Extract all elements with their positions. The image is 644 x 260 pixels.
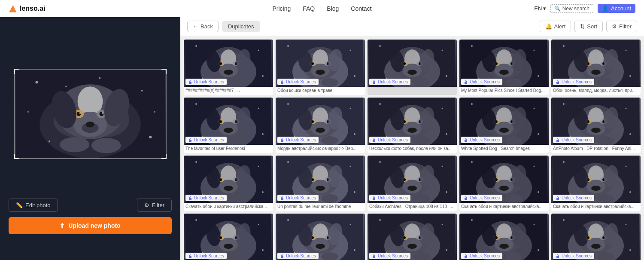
- grid-item[interactable]: Unlock Sources: [368, 40, 457, 95]
- unlock-sources-badge[interactable]: Unlock Sources: [185, 137, 227, 143]
- nav-contact[interactable]: Contact: [351, 5, 371, 12]
- svg-point-137: [229, 136, 246, 145]
- grid-item[interactable]: Unlock Sources Аусси обои для рабочего с…: [276, 214, 365, 260]
- svg-point-214: [563, 103, 565, 105]
- chevron-down-icon: ▾: [543, 5, 546, 12]
- unlock-sources-badge[interactable]: Unlock Sources: [461, 253, 502, 259]
- lock-icon: [464, 196, 468, 200]
- svg-point-388: [538, 249, 539, 251]
- action-row: ✏️ Edit photo ⚙ Filter: [9, 199, 172, 212]
- grid-item[interactable]: Unlock Sources Обои кошки серван а траве: [276, 40, 365, 95]
- svg-point-347: [287, 219, 289, 221]
- unlock-sources-badge[interactable]: Unlock Sources: [553, 253, 594, 259]
- grid-item[interactable]: Unlock Sources Обои осень, взгляд, морда…: [551, 40, 641, 95]
- svg-point-65: [354, 75, 355, 77]
- svg-point-129: [224, 128, 233, 133]
- unlock-sources-badge[interactable]: Unlock Sources: [461, 79, 502, 85]
- lock-icon: [464, 254, 468, 258]
- svg-rect-370: [373, 256, 375, 258]
- grid-item[interactable]: Unlock Sources Несколько фото собак, пос…: [368, 98, 457, 153]
- grid-item[interactable]: Unlock Sources ArtPhoto Album - DP-rotat…: [551, 98, 641, 153]
- new-search-button[interactable]: 🔍 New search: [550, 4, 593, 13]
- corner-br: [161, 154, 167, 159]
- alert-button[interactable]: 🔔 Alert: [540, 21, 571, 32]
- svg-point-91: [499, 70, 509, 75]
- grid-item[interactable]: Unlock Sources ##########(#)#######7 -..…: [184, 40, 273, 95]
- svg-point-195: [471, 103, 473, 105]
- svg-point-217: [629, 133, 631, 135]
- grid-item[interactable]: Unlock Sources Мордь австралийских овчар…: [276, 98, 365, 153]
- svg-rect-85: [373, 82, 375, 84]
- svg-point-404: [563, 219, 565, 221]
- svg-point-338: [316, 244, 325, 249]
- grid-item[interactable]: Unlock Sources Скачать обои морда, австр…: [551, 214, 641, 260]
- unlock-sources-badge[interactable]: Unlock Sources: [369, 253, 410, 259]
- svg-point-215: [626, 108, 627, 109]
- unlock-sources-badge[interactable]: Unlock Sources: [553, 195, 594, 201]
- grid-item[interactable]: Unlock Sources Dog Bite Injury Rights in…: [459, 214, 549, 260]
- nav-blog[interactable]: Blog: [327, 5, 339, 12]
- back-button[interactable]: ← Back: [187, 21, 219, 32]
- unlock-sources-badge[interactable]: Unlock Sources: [553, 137, 594, 143]
- svg-rect-199: [465, 140, 467, 142]
- grid-item[interactable]: Unlock Sources Скачать обои и картинки а…: [184, 214, 273, 260]
- svg-point-122: [629, 75, 631, 77]
- filter-button-left[interactable]: ⚙ Filter: [137, 199, 172, 212]
- svg-point-407: [629, 249, 631, 251]
- svg-point-53: [316, 70, 325, 75]
- logo[interactable]: lenso.ai: [9, 4, 46, 13]
- grid-item[interactable]: Unlock Sources Un portrait du meilleur a…: [276, 156, 365, 211]
- unlock-sources-badge[interactable]: Unlock Sources: [185, 195, 227, 201]
- unlock-sources-badge[interactable]: Unlock Sources: [369, 195, 410, 201]
- unlock-sources-badge[interactable]: Unlock Sources: [461, 137, 502, 143]
- svg-point-205: [591, 128, 601, 133]
- grid-item[interactable]: Unlock Sources The favorites of user Fer…: [184, 98, 273, 153]
- unlock-sources-badge[interactable]: Unlock Sources: [553, 79, 594, 85]
- grid-item[interactable]: Unlock Sources Скачать обои и картинки а…: [184, 156, 273, 211]
- edit-icon: ✏️: [16, 202, 23, 208]
- unlock-sources-badge[interactable]: Unlock Sources: [461, 195, 502, 201]
- grid-item[interactable]: Unlock Sources White Spotted Dog - Searc…: [459, 98, 549, 153]
- unlock-sources-badge[interactable]: Unlock Sources: [277, 195, 319, 201]
- unlock-sources-badge[interactable]: Unlock Sources: [277, 79, 319, 85]
- svg-rect-332: [189, 256, 191, 258]
- nav-pricing[interactable]: Pricing: [272, 5, 291, 12]
- edit-photo-button[interactable]: ✏️ Edit photo: [9, 199, 58, 212]
- svg-point-43: [195, 45, 197, 47]
- svg-point-160: [354, 133, 355, 135]
- unlock-sources-badge[interactable]: Unlock Sources: [369, 137, 410, 143]
- svg-point-255: [354, 191, 355, 193]
- unlock-sources-badge[interactable]: Unlock Sources: [277, 253, 319, 259]
- svg-rect-180: [373, 140, 375, 142]
- svg-rect-218: [556, 140, 559, 142]
- uploaded-image-container: [14, 69, 167, 159]
- grid-item-image: Unlock Sources: [368, 214, 457, 260]
- svg-point-196: [534, 108, 535, 109]
- grid-item[interactable]: Unlock Sources My Most Popular Pics Sinc…: [459, 40, 549, 95]
- grid-item[interactable]: Unlock Sources Les informations sur les …: [368, 214, 457, 260]
- svg-point-28: [65, 86, 67, 87]
- account-button[interactable]: 👤 Account: [598, 4, 635, 13]
- svg-point-312: [629, 191, 631, 193]
- unlock-sources-badge[interactable]: Unlock Sources: [185, 79, 227, 85]
- grid-item[interactable]: Unlock Sources Собаки Archives - Страниц…: [368, 156, 457, 211]
- toolbar-right: 🔔 Alert ⇅ Sort ⚙ Filter: [540, 21, 637, 32]
- lock-icon: [556, 254, 560, 258]
- grid-item[interactable]: Unlock Sources Скачать обои и картинки а…: [459, 156, 549, 211]
- svg-point-13: [79, 112, 81, 114]
- unlock-sources-badge[interactable]: Unlock Sources: [185, 253, 227, 259]
- duplicates-button[interactable]: Duplicates: [222, 21, 260, 32]
- language-selector[interactable]: EN ▾: [534, 5, 546, 12]
- svg-point-63: [350, 50, 351, 51]
- unlock-sources-badge[interactable]: Unlock Sources: [277, 137, 319, 143]
- unlock-sources-badge[interactable]: Unlock Sources: [369, 79, 410, 85]
- item-caption: White Spotted Dog - Search Images: [459, 145, 549, 153]
- svg-point-16: [102, 112, 103, 114]
- svg-point-141: [262, 133, 264, 135]
- grid-item[interactable]: Unlock Sources Скачать обои и картинки а…: [551, 156, 641, 211]
- svg-point-148: [316, 128, 325, 133]
- sort-button[interactable]: ⇅ Sort: [574, 21, 603, 32]
- upload-new-photo-button[interactable]: ⬆ Upload new photo: [9, 217, 172, 234]
- filter-toolbar-button[interactable]: ⚙ Filter: [606, 21, 637, 32]
- nav-faq[interactable]: FAQ: [303, 5, 315, 12]
